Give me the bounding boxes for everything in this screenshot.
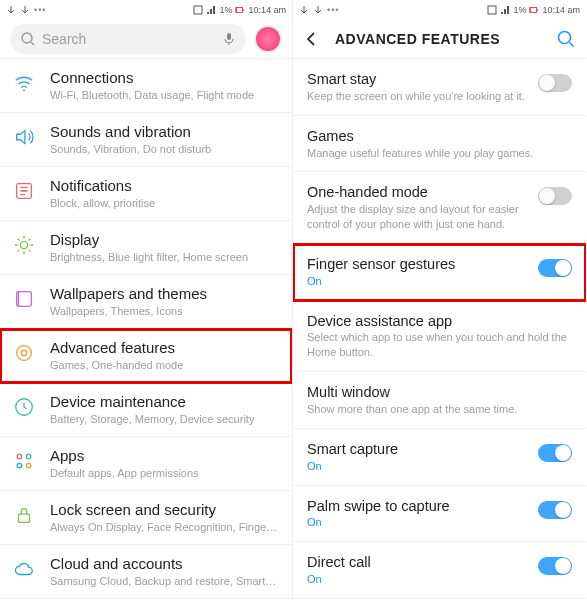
lock-icon [13, 504, 35, 526]
toggle-palm-swipe[interactable] [538, 501, 572, 519]
clock: 10:14 am [248, 5, 286, 15]
item-device-maintenance[interactable]: Device maintenanceBattery, Storage, Memo… [0, 383, 292, 437]
toggle-finger-sensor[interactable] [538, 259, 572, 277]
svg-rect-5 [227, 33, 231, 40]
feature-smart-capture[interactable]: Smart captureOn [293, 429, 586, 486]
toggle-one-handed[interactable] [538, 187, 572, 205]
svg-rect-18 [488, 6, 496, 14]
advanced-features-screen: ••• 1% 10:14 am ADVANCED FEATURES Smart … [293, 0, 586, 600]
toggle-smart-stay[interactable] [538, 74, 572, 92]
display-icon [13, 234, 35, 256]
svg-point-22 [559, 32, 571, 44]
feature-one-handed[interactable]: One-handed modeAdjust the display size a… [293, 172, 586, 244]
maintenance-icon [13, 396, 35, 418]
search-icon[interactable] [556, 29, 576, 49]
speaker-icon [13, 126, 35, 148]
wifi-icon [13, 72, 35, 94]
feature-palm-swipe[interactable]: Palm swipe to captureOn [293, 486, 586, 543]
svg-point-8 [20, 241, 27, 248]
feature-direct-call[interactable]: Direct callOn [293, 542, 586, 599]
download-icon [313, 5, 323, 15]
item-apps[interactable]: AppsDefault apps, App permissions [0, 437, 292, 491]
gear-icon [13, 342, 35, 364]
status-bar: ••• 1% 10:14 am [293, 0, 586, 20]
svg-point-12 [17, 454, 22, 459]
more-icon: ••• [327, 5, 339, 15]
download-icon [20, 5, 30, 15]
cloud-icon [13, 558, 35, 580]
svg-point-14 [17, 464, 22, 469]
feature-games[interactable]: GamesManage useful features while you pl… [293, 116, 586, 173]
item-advanced-features[interactable]: Advanced featuresGames, One-handed mode [0, 329, 292, 383]
download-icon [299, 5, 309, 15]
feature-finger-sensor[interactable]: Finger sensor gesturesOn [293, 244, 586, 301]
wallpaper-icon [13, 288, 35, 310]
svg-rect-16 [19, 514, 30, 522]
svg-point-15 [26, 464, 31, 469]
toggle-smart-capture[interactable] [538, 444, 572, 462]
mic-icon[interactable] [222, 32, 236, 46]
svg-point-10 [21, 350, 27, 356]
battery-icon [235, 5, 245, 15]
item-sounds[interactable]: Sounds and vibrationSounds, Vibration, D… [0, 113, 292, 167]
feature-device-assistance[interactable]: Device assistance appSelect which app to… [293, 301, 586, 373]
svg-point-9 [17, 346, 32, 361]
search-input[interactable]: Search [10, 24, 246, 54]
more-icon: ••• [34, 5, 46, 15]
battery-percent: 1% [219, 5, 232, 15]
svg-rect-2 [243, 9, 244, 11]
notifications-icon [13, 180, 35, 202]
clock: 10:14 am [542, 5, 580, 15]
download-icon [6, 5, 16, 15]
apps-icon [13, 450, 35, 472]
svg-rect-21 [531, 8, 532, 12]
features-list: Smart stayKeep the screen on while you'r… [293, 59, 586, 599]
search-icon [20, 31, 36, 47]
page-title: ADVANCED FEATURES [335, 31, 500, 47]
nfc-icon [487, 5, 497, 15]
signal-icon [206, 5, 216, 15]
toggle-direct-call[interactable] [538, 557, 572, 575]
search-placeholder: Search [42, 31, 86, 47]
status-bar: ••• 1% 10:14 am [0, 0, 292, 20]
svg-rect-20 [537, 9, 538, 11]
svg-point-13 [26, 454, 31, 459]
signal-icon [500, 5, 510, 15]
back-icon[interactable] [303, 30, 321, 48]
item-notifications[interactable]: NotificationsBlock, allow, prioritise [0, 167, 292, 221]
feature-smart-stay[interactable]: Smart stayKeep the screen on while you'r… [293, 59, 586, 116]
svg-rect-3 [237, 8, 238, 12]
search-row: Search [0, 20, 292, 58]
nfc-icon [193, 5, 203, 15]
settings-list: ConnectionsWi-Fi, Bluetooth, Data usage,… [0, 59, 292, 600]
feature-multi-window[interactable]: Multi windowShow more than one app at th… [293, 372, 586, 429]
item-display[interactable]: DisplayBrightness, Blue light filter, Ho… [0, 221, 292, 275]
item-connections[interactable]: ConnectionsWi-Fi, Bluetooth, Data usage,… [0, 59, 292, 113]
item-lock-security[interactable]: Lock screen and securityAlways On Displa… [0, 491, 292, 545]
battery-percent: 1% [513, 5, 526, 15]
item-wallpapers[interactable]: Wallpapers and themesWallpapers, Themes,… [0, 275, 292, 329]
header: ADVANCED FEATURES [293, 20, 586, 58]
svg-point-4 [22, 33, 32, 43]
svg-point-6 [23, 89, 25, 91]
battery-icon [529, 5, 539, 15]
settings-screen: ••• 1% 10:14 am Search ConnectionsWi-Fi,… [0, 0, 293, 600]
svg-rect-0 [194, 6, 202, 14]
item-cloud-accounts[interactable]: Cloud and accountsSamsung Cloud, Backup … [0, 545, 292, 599]
account-avatar[interactable] [254, 25, 282, 53]
